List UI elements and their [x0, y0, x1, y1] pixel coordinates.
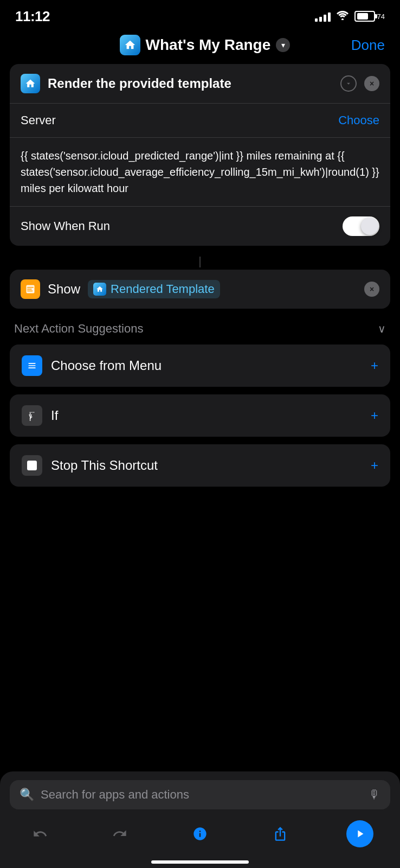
battery-percent: 74: [377, 12, 385, 21]
if-add-button[interactable]: +: [371, 408, 378, 423]
show-value-icon: [93, 283, 106, 296]
show-card: Show Rendered Template ×: [10, 270, 390, 309]
server-row: Server Choose: [10, 104, 390, 138]
connector: [10, 254, 390, 270]
nav-title-group: What's My Range ▾: [120, 35, 291, 55]
render-card-header: Render the provided template ×: [10, 64, 390, 104]
render-card-app-icon: [21, 74, 40, 93]
show-label: Show: [48, 282, 80, 297]
done-button[interactable]: Done: [351, 37, 385, 54]
home-indicator: [151, 860, 249, 864]
server-choose-button[interactable]: Choose: [338, 113, 379, 127]
show-card-icon: [21, 279, 40, 299]
svg-rect-3: [27, 289, 31, 290]
suggestion-choose-from-menu[interactable]: Choose from Menu +: [10, 344, 390, 387]
show-when-run-toggle[interactable]: [343, 216, 379, 236]
suggestion-stop-label: Stop This Shortcut: [51, 458, 362, 473]
show-when-run-row: Show When Run: [10, 207, 390, 246]
undo-button[interactable]: [27, 820, 54, 847]
play-button[interactable]: [346, 820, 373, 847]
svg-rect-4: [27, 291, 33, 292]
search-bar[interactable]: 🔍 Search for apps and actions 🎙: [10, 780, 390, 809]
suggestion-choose-label: Choose from Menu: [51, 358, 362, 373]
battery-indicator: 74: [354, 11, 385, 22]
suggestions-collapse-icon[interactable]: ∨: [378, 322, 386, 335]
render-card-title: Render the provided template: [48, 76, 333, 91]
template-text: {{ states('sensor.icloud_predicted_range…: [21, 148, 379, 196]
suggestions-header: Next Action Suggestions ∨: [10, 322, 390, 344]
svg-text:γ: γ: [29, 413, 32, 419]
svg-rect-5: [28, 363, 35, 364]
suggestion-stop-shortcut[interactable]: Stop This Shortcut +: [10, 444, 390, 487]
nav-chevron-down-icon[interactable]: ▾: [276, 38, 290, 52]
status-bar: 11:12 74: [0, 0, 400, 29]
show-value-chip[interactable]: Rendered Template: [88, 280, 220, 298]
suggestion-if[interactable]: γ If +: [10, 394, 390, 437]
mic-icon[interactable]: 🎙: [369, 788, 380, 802]
connector-line: [199, 257, 201, 267]
show-value-text: Rendered Template: [111, 282, 215, 296]
svg-point-0: [341, 18, 344, 20]
render-card-close-button[interactable]: ×: [364, 76, 379, 91]
status-icons: 74: [315, 10, 385, 23]
share-button[interactable]: [267, 820, 294, 847]
bottom-toolbar: [0, 816, 400, 858]
nav-title-text: What's My Range: [146, 36, 271, 54]
stop-icon: [22, 455, 42, 476]
search-icon: 🔍: [20, 788, 34, 802]
show-when-run-label: Show When Run: [21, 219, 110, 233]
svg-rect-7: [28, 367, 35, 368]
signal-bars-icon: [315, 11, 331, 22]
choose-menu-add-button[interactable]: +: [371, 358, 378, 373]
server-label: Server: [21, 113, 56, 127]
render-card-expand-icon[interactable]: [340, 75, 357, 92]
status-time: 11:12: [15, 8, 50, 25]
svg-rect-6: [28, 365, 35, 366]
redo-button[interactable]: [106, 820, 133, 847]
main-content: Render the provided template × Server Ch…: [0, 64, 400, 487]
nav-app-icon: [120, 35, 140, 55]
if-icon: γ: [22, 405, 42, 426]
template-text-area[interactable]: {{ states('sensor.icloud_predicted_range…: [10, 138, 390, 207]
show-card-close-button[interactable]: ×: [364, 282, 379, 297]
nav-bar: What's My Range ▾ Done: [0, 29, 400, 64]
info-button[interactable]: [186, 820, 214, 847]
stop-add-button[interactable]: +: [371, 458, 378, 473]
render-template-card: Render the provided template × Server Ch…: [10, 64, 390, 246]
search-placeholder: Search for apps and actions: [41, 788, 362, 802]
suggestions-title: Next Action Suggestions: [14, 322, 143, 336]
choose-menu-icon: [22, 355, 42, 376]
svg-rect-2: [27, 287, 34, 288]
suggestion-if-label: If: [51, 408, 362, 423]
wifi-icon: [336, 10, 349, 23]
bottom-bar: 🔍 Search for apps and actions 🎙: [0, 771, 400, 868]
